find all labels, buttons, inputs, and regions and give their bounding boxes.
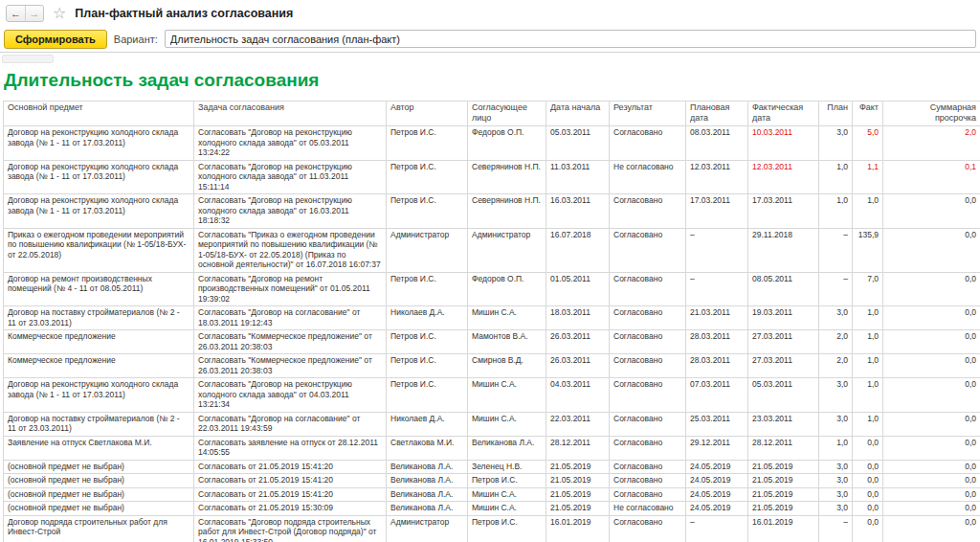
cell-result[interactable]: Согласовано: [610, 436, 686, 460]
cell-author[interactable]: Светлакова М.И.: [387, 436, 468, 460]
cell-author[interactable]: Петров И.С.: [387, 330, 468, 354]
cell-start_date[interactable]: 22.03.2011: [546, 412, 610, 436]
cell-subject[interactable]: Договор на ремонт производственных помещ…: [4, 272, 194, 306]
cell-start_date[interactable]: 11.03.2011: [546, 160, 610, 194]
cell-author[interactable]: Петров И.С.: [387, 272, 468, 306]
cell-approver[interactable]: Северянинов Н.П.: [468, 194, 546, 229]
cell-overdue[interactable]: 0,0: [883, 474, 980, 488]
cell-overdue[interactable]: 0,0: [883, 354, 980, 378]
cell-start_date[interactable]: 21.05.2019: [546, 460, 610, 474]
cell-subject[interactable]: Заявление на отпуск Светлакова М.И.: [4, 436, 194, 460]
cell-fact[interactable]: 0,0: [853, 474, 883, 488]
cell-approver[interactable]: Мишин С.А.: [468, 502, 546, 516]
cell-result[interactable]: Согласовано: [610, 330, 686, 354]
cell-subject[interactable]: (основной предмет не выбран): [4, 487, 194, 502]
cell-overdue[interactable]: 0,0: [883, 330, 980, 354]
cell-approver[interactable]: Мишин С.А.: [468, 487, 546, 502]
cell-overdue[interactable]: 0,0: [883, 487, 980, 502]
cell-overdue[interactable]: 0,0: [883, 412, 980, 436]
cell-plan[interactable]: 3,0: [819, 502, 853, 516]
cell-plan_date[interactable]: 17.03.2011: [686, 194, 748, 229]
cell-plan[interactable]: 2,0: [819, 354, 853, 378]
cell-fact_date[interactable]: 05.03.2011: [748, 378, 819, 413]
cell-plan[interactable]: 3,0: [819, 487, 853, 502]
cell-fact_date[interactable]: 21.05.2019: [748, 460, 819, 474]
cell-approver[interactable]: Мишин С.А.: [468, 378, 546, 413]
cell-author[interactable]: Администратор: [387, 228, 468, 272]
cell-start_date[interactable]: 01.05.2011: [546, 272, 610, 306]
cell-start_date[interactable]: 16.01.2019: [546, 515, 610, 542]
cell-fact[interactable]: 135,9: [853, 228, 883, 272]
cell-fact[interactable]: 1,0: [853, 306, 883, 330]
cell-author[interactable]: Великанова Л.А.: [387, 502, 468, 516]
cell-plan[interactable]: –: [819, 515, 853, 542]
cell-plan_date[interactable]: –: [686, 272, 748, 306]
cell-plan_date[interactable]: 29.12.2011: [686, 436, 748, 460]
cell-author[interactable]: Петров И.С.: [387, 354, 468, 378]
cell-fact_date[interactable]: 27.03.2011: [748, 330, 819, 354]
cell-result[interactable]: Не согласовано: [610, 502, 686, 516]
variant-input[interactable]: [165, 30, 976, 48]
cell-start_date[interactable]: 16.07.2018: [546, 228, 610, 272]
cell-author[interactable]: Петров И.С.: [387, 194, 468, 229]
cell-fact[interactable]: 0,0: [853, 515, 883, 542]
cell-fact[interactable]: 1,0: [853, 194, 883, 229]
cell-fact_date[interactable]: 29.11.2018: [748, 228, 819, 272]
cell-plan[interactable]: 3,0: [819, 306, 853, 330]
cell-start_date[interactable]: 18.03.2011: [546, 306, 610, 330]
cell-author[interactable]: Великанова Л.А.: [387, 460, 468, 474]
cell-fact[interactable]: 1,0: [853, 412, 883, 436]
cell-plan_date[interactable]: 12.03.2011: [686, 160, 748, 194]
cell-overdue[interactable]: 2,0: [883, 126, 980, 161]
cell-subject[interactable]: (основной предмет не выбран): [4, 502, 194, 516]
cell-approver[interactable]: Федоров О.П.: [468, 272, 546, 306]
cell-plan_date[interactable]: 24.05.2019: [686, 474, 748, 488]
cell-overdue[interactable]: 0,0: [883, 502, 980, 516]
cell-approver[interactable]: Великанова Л.А.: [468, 436, 546, 460]
cell-result[interactable]: Согласовано: [610, 354, 686, 378]
cell-task[interactable]: Согласовать от 21.05.2019 15:41:20: [194, 460, 387, 474]
cell-start_date[interactable]: 26.03.2011: [546, 330, 610, 354]
cell-result[interactable]: Согласовано: [610, 272, 686, 306]
cell-task[interactable]: Согласовать от 21.05.2019 15:41:20: [194, 474, 387, 488]
cell-fact_date[interactable]: 10.03.2011: [748, 126, 819, 161]
favorite-star-icon[interactable]: ☆: [53, 6, 66, 21]
forward-button[interactable]: →: [25, 6, 43, 21]
cell-result[interactable]: Согласовано: [610, 515, 686, 542]
cell-fact[interactable]: 7,0: [853, 272, 883, 306]
cell-result[interactable]: Согласовано: [610, 194, 686, 229]
cell-fact_date[interactable]: 23.03.2011: [748, 412, 819, 436]
cell-plan_date[interactable]: 28.03.2011: [686, 330, 748, 354]
cell-plan_date[interactable]: 24.05.2019: [686, 487, 748, 502]
cell-fact_date[interactable]: 27.03.2011: [748, 354, 819, 378]
cell-result[interactable]: Согласовано: [610, 228, 686, 272]
cell-plan_date[interactable]: –: [686, 228, 748, 272]
back-button[interactable]: ←: [7, 6, 25, 21]
cell-fact_date[interactable]: 08.05.2011: [748, 272, 819, 306]
cell-overdue[interactable]: 0,0: [883, 228, 980, 272]
cell-author[interactable]: Николаев Д.А.: [387, 306, 468, 330]
cell-result[interactable]: Согласовано: [610, 487, 686, 502]
cell-start_date[interactable]: 28.12.2011: [546, 436, 610, 460]
cell-start_date[interactable]: 21.05.2019: [546, 502, 610, 516]
cell-result[interactable]: Согласовано: [610, 306, 686, 330]
cell-result[interactable]: Согласовано: [610, 126, 686, 161]
cell-task[interactable]: Согласовать "Договор на реконструкцию хо…: [194, 194, 387, 229]
cell-plan[interactable]: –: [819, 228, 853, 272]
cell-task[interactable]: Согласовать "Договор на реконструкцию хо…: [194, 160, 387, 194]
cell-fact_date[interactable]: 21.05.2019: [748, 474, 819, 488]
cell-fact_date[interactable]: 21.05.2019: [748, 487, 819, 502]
cell-task[interactable]: Согласовать от 21.05.2019 15:30:09: [194, 502, 387, 516]
cell-author[interactable]: Петров И.С.: [387, 126, 468, 161]
cell-approver[interactable]: Мамонтов В.А.: [468, 330, 546, 354]
cell-task[interactable]: Согласовать заявление на отпуск от 28.12…: [194, 436, 387, 460]
cell-fact[interactable]: 1,0: [853, 354, 883, 378]
cell-task[interactable]: Согласовать от 21.05.2019 15:41:20: [194, 487, 387, 502]
generate-button[interactable]: Сформировать: [4, 30, 107, 49]
cell-plan_date[interactable]: 24.05.2019: [686, 460, 748, 474]
cell-plan[interactable]: 3,0: [819, 378, 853, 413]
cell-task[interactable]: Согласовать "Договор на согласование" от…: [194, 412, 387, 436]
cell-result[interactable]: Не согласовано: [610, 160, 686, 194]
cell-result[interactable]: Согласовано: [610, 412, 686, 436]
cell-task[interactable]: Согласовать "Договор на ремонт производс…: [194, 272, 387, 306]
